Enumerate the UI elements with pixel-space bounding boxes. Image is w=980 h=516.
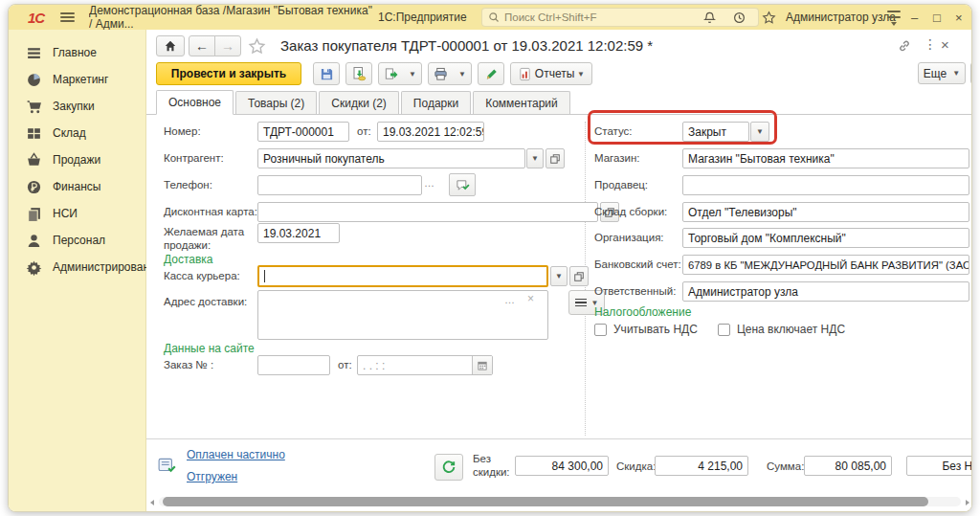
sidebar-item-finance[interactable]: Финансы [9, 173, 145, 200]
back-button[interactable]: ← [189, 35, 215, 56]
payment-status-link[interactable]: Оплачен частично [187, 448, 285, 461]
copy-arrow-icon [384, 67, 398, 81]
service-menu-button[interactable] [887, 5, 901, 30]
minimize-button[interactable]: – [911, 5, 932, 30]
organization-field[interactable]: Торговый дом "Комплексный" [682, 228, 969, 248]
notifications-button[interactable] [702, 5, 717, 30]
tab-goods[interactable]: Товары (2) [235, 91, 317, 114]
edit-button[interactable] [478, 62, 504, 85]
global-search-input[interactable]: Поиск Ctrl+Shift+F [481, 8, 759, 27]
main-menu-button[interactable] [60, 5, 75, 30]
discount-label: Скидка: [616, 460, 656, 472]
clipped-toolbar-button[interactable] [970, 62, 972, 84]
responsible-field[interactable]: Администратор узла [682, 281, 969, 302]
phone-message-button[interactable] [449, 173, 476, 196]
sidebar-item-sales[interactable]: Продажи [9, 146, 145, 173]
save-button[interactable] [313, 62, 340, 85]
bell-icon [702, 11, 717, 25]
scroll-right-arrow[interactable] [966, 498, 971, 506]
sidebar-item-administration[interactable]: Администрирование [9, 254, 145, 280]
favorites-button[interactable] [762, 5, 776, 30]
status-dropdown-button[interactable]: ▼ [750, 122, 769, 142]
sidebar-item-nsi[interactable]: НСИ [9, 200, 145, 227]
store-field[interactable]: Магазин "Бытовая техника" [682, 148, 969, 168]
date-placeholder: . . : : [363, 359, 385, 372]
tab-comment[interactable]: Комментарий [473, 91, 570, 114]
address-clear-button[interactable]: × [527, 292, 534, 305]
post-document-button[interactable] [345, 62, 372, 85]
courier-cash-open-button[interactable] [569, 266, 589, 286]
forward-button[interactable]: → [214, 35, 241, 56]
store-label: Магазин: [594, 152, 640, 164]
cart-icon [26, 99, 42, 115]
sidebar-label: Закупки [53, 100, 95, 113]
counterparty-open-button[interactable] [546, 148, 565, 168]
vat-checkbox-row: Учитывать НДС Цена включает НДС [594, 323, 845, 336]
number-field[interactable]: ТДРТ-000001 [257, 122, 349, 142]
tab-gifts[interactable]: Подарки [401, 91, 471, 114]
more-actions-button[interactable]: Еще ▼ [918, 62, 966, 84]
chevron-down-icon: ▼ [555, 272, 563, 280]
warehouse-field[interactable]: Отдел "Телевизоры" [682, 202, 969, 222]
hamburger-icon [60, 11, 75, 24]
current-user[interactable]: Администратор узла [786, 5, 896, 30]
print-button[interactable]: ▼ [428, 62, 472, 85]
tab-main[interactable]: Основное [156, 90, 234, 115]
get-link-button[interactable] [897, 38, 912, 57]
seller-field[interactable] [682, 175, 969, 195]
chevron-down-icon: ▼ [952, 69, 960, 78]
ellipsis-icon: … [504, 294, 515, 305]
desired-date-field[interactable]: 19.03.2021 [257, 223, 340, 243]
text-cursor [264, 270, 265, 282]
more-menu-kebab[interactable]: ⋮ [924, 36, 938, 52]
discount-card-field[interactable] [257, 202, 598, 222]
courier-cash-field[interactable] [257, 265, 548, 287]
phone-field[interactable] [257, 175, 422, 195]
counterparty-label: Контрагент: [164, 152, 224, 164]
sidebar-item-warehouse[interactable]: Склад [9, 120, 145, 146]
close-window-button[interactable]: × [955, 5, 972, 30]
sum-total-field: 80 085,00 [804, 456, 892, 476]
no-discount-total-field: 84 300,00 [515, 456, 609, 476]
seller-label: Продавец: [594, 179, 648, 191]
chevron-down-icon: ▼ [458, 70, 466, 79]
sidebar-item-purchases[interactable]: Закупки [9, 93, 145, 120]
reports-button[interactable]: Отчеты ▼ [510, 62, 592, 85]
counterparty-dropdown-button[interactable]: ▼ [526, 148, 544, 168]
bank-account-field[interactable]: 6789 в КБ "МЕЖДУНАРОДНЫЙ БАНК РАЗВИТИЯ" … [682, 255, 969, 275]
home-button[interactable] [156, 35, 185, 56]
ellipsis-icon: … [424, 177, 434, 189]
sidebar-item-personnel[interactable]: Персонал [9, 227, 145, 254]
counterparty-field[interactable]: Розничный покупатель [257, 148, 525, 168]
site-order-field[interactable] [257, 355, 330, 375]
tab-discounts[interactable]: Скидки (2) [319, 91, 399, 114]
close-form-button[interactable]: × [941, 36, 949, 53]
vat-included-checkbox-label: Цена включает НДС [737, 323, 845, 336]
date-field[interactable]: 19.03.2021 12:02:59 [377, 122, 484, 142]
horizontal-scrollbar[interactable] [159, 497, 961, 506]
status-field[interactable]: Закрыт [682, 122, 749, 142]
scrollbar-thumb[interactable] [163, 497, 928, 506]
shipment-status-link[interactable]: Отгружен [187, 470, 237, 483]
calendar-button[interactable] [472, 356, 492, 374]
scroll-left-arrow[interactable] [150, 498, 156, 506]
phone-choose-button[interactable]: … [424, 177, 434, 189]
address-choose-button[interactable]: … [504, 294, 515, 305]
maximize-button[interactable]: □ [933, 5, 954, 30]
more-label: Еще [924, 67, 947, 80]
history-button[interactable] [732, 5, 746, 30]
arrow-left-icon: ← [195, 38, 209, 54]
courier-cash-dropdown-button[interactable]: ▼ [550, 266, 568, 286]
arrow-right-icon: → [221, 38, 234, 54]
sidebar-item-marketing[interactable]: Маркетинг [9, 66, 145, 93]
vat-included-checkbox[interactable] [718, 324, 730, 336]
create-based-on-button[interactable]: ▼ [378, 62, 422, 85]
vat-checkbox[interactable] [594, 324, 607, 336]
sidebar-item-main[interactable]: Главное [9, 39, 145, 66]
post-and-close-button[interactable]: Провести и закрыть [156, 62, 301, 85]
site-order-label: Заказ № : [164, 359, 213, 370]
recalculate-button[interactable] [434, 454, 463, 481]
refresh-icon [441, 460, 457, 475]
favorite-toggle[interactable] [248, 37, 266, 59]
site-date-field[interactable]: . . : : [357, 355, 493, 375]
